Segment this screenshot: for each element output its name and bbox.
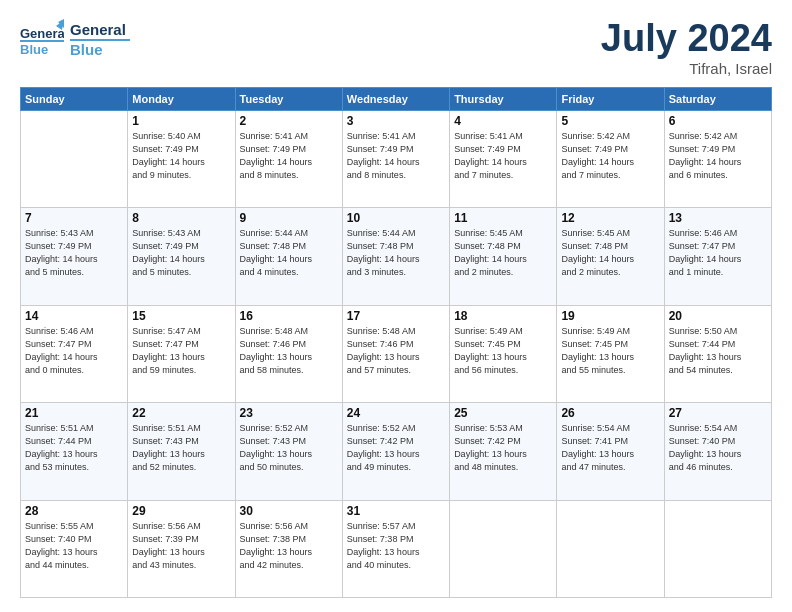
calendar-cell: 26Sunrise: 5:54 AMSunset: 7:41 PMDayligh… xyxy=(557,403,664,500)
calendar-cell: 30Sunrise: 5:56 AMSunset: 7:38 PMDayligh… xyxy=(235,500,342,597)
day-info: Sunrise: 5:48 AMSunset: 7:46 PMDaylight:… xyxy=(347,325,445,377)
page: General Blue General Blue July 2024 Tifr… xyxy=(0,0,792,612)
calendar-cell: 9Sunrise: 5:44 AMSunset: 7:48 PMDaylight… xyxy=(235,208,342,305)
day-info: Sunrise: 5:46 AMSunset: 7:47 PMDaylight:… xyxy=(669,227,767,279)
calendar-week-row: 14Sunrise: 5:46 AMSunset: 7:47 PMDayligh… xyxy=(21,305,772,402)
day-info: Sunrise: 5:56 AMSunset: 7:38 PMDaylight:… xyxy=(240,520,338,572)
logo-icon: General Blue xyxy=(20,18,64,62)
day-number: 11 xyxy=(454,211,552,225)
calendar-cell: 22Sunrise: 5:51 AMSunset: 7:43 PMDayligh… xyxy=(128,403,235,500)
day-info: Sunrise: 5:52 AMSunset: 7:43 PMDaylight:… xyxy=(240,422,338,474)
day-info: Sunrise: 5:57 AMSunset: 7:38 PMDaylight:… xyxy=(347,520,445,572)
day-number: 17 xyxy=(347,309,445,323)
calendar-cell: 15Sunrise: 5:47 AMSunset: 7:47 PMDayligh… xyxy=(128,305,235,402)
day-number: 22 xyxy=(132,406,230,420)
day-info: Sunrise: 5:49 AMSunset: 7:45 PMDaylight:… xyxy=(561,325,659,377)
calendar-cell: 27Sunrise: 5:54 AMSunset: 7:40 PMDayligh… xyxy=(664,403,771,500)
col-wednesday: Wednesday xyxy=(342,87,449,110)
day-info: Sunrise: 5:43 AMSunset: 7:49 PMDaylight:… xyxy=(25,227,123,279)
day-number: 5 xyxy=(561,114,659,128)
calendar-cell: 10Sunrise: 5:44 AMSunset: 7:48 PMDayligh… xyxy=(342,208,449,305)
col-monday: Monday xyxy=(128,87,235,110)
day-number: 10 xyxy=(347,211,445,225)
svg-text:Blue: Blue xyxy=(20,42,48,57)
calendar-cell: 1Sunrise: 5:40 AMSunset: 7:49 PMDaylight… xyxy=(128,110,235,207)
day-number: 13 xyxy=(669,211,767,225)
day-info: Sunrise: 5:41 AMSunset: 7:49 PMDaylight:… xyxy=(240,130,338,182)
calendar-cell: 29Sunrise: 5:56 AMSunset: 7:39 PMDayligh… xyxy=(128,500,235,597)
day-info: Sunrise: 5:56 AMSunset: 7:39 PMDaylight:… xyxy=(132,520,230,572)
calendar-cell xyxy=(21,110,128,207)
day-info: Sunrise: 5:42 AMSunset: 7:49 PMDaylight:… xyxy=(561,130,659,182)
calendar-cell: 18Sunrise: 5:49 AMSunset: 7:45 PMDayligh… xyxy=(450,305,557,402)
day-info: Sunrise: 5:54 AMSunset: 7:41 PMDaylight:… xyxy=(561,422,659,474)
day-number: 27 xyxy=(669,406,767,420)
calendar-week-row: 7Sunrise: 5:43 AMSunset: 7:49 PMDaylight… xyxy=(21,208,772,305)
day-info: Sunrise: 5:48 AMSunset: 7:46 PMDaylight:… xyxy=(240,325,338,377)
day-number: 20 xyxy=(669,309,767,323)
col-sunday: Sunday xyxy=(21,87,128,110)
day-info: Sunrise: 5:52 AMSunset: 7:42 PMDaylight:… xyxy=(347,422,445,474)
day-number: 24 xyxy=(347,406,445,420)
calendar-cell: 28Sunrise: 5:55 AMSunset: 7:40 PMDayligh… xyxy=(21,500,128,597)
day-number: 19 xyxy=(561,309,659,323)
calendar-cell: 13Sunrise: 5:46 AMSunset: 7:47 PMDayligh… xyxy=(664,208,771,305)
calendar-cell: 12Sunrise: 5:45 AMSunset: 7:48 PMDayligh… xyxy=(557,208,664,305)
day-info: Sunrise: 5:42 AMSunset: 7:49 PMDaylight:… xyxy=(669,130,767,182)
calendar-cell xyxy=(557,500,664,597)
logo-blue: Blue xyxy=(70,42,130,59)
day-info: Sunrise: 5:44 AMSunset: 7:48 PMDaylight:… xyxy=(240,227,338,279)
calendar-cell: 2Sunrise: 5:41 AMSunset: 7:49 PMDaylight… xyxy=(235,110,342,207)
calendar-week-row: 21Sunrise: 5:51 AMSunset: 7:44 PMDayligh… xyxy=(21,403,772,500)
calendar-cell: 6Sunrise: 5:42 AMSunset: 7:49 PMDaylight… xyxy=(664,110,771,207)
col-saturday: Saturday xyxy=(664,87,771,110)
day-info: Sunrise: 5:43 AMSunset: 7:49 PMDaylight:… xyxy=(132,227,230,279)
day-number: 25 xyxy=(454,406,552,420)
calendar-cell: 14Sunrise: 5:46 AMSunset: 7:47 PMDayligh… xyxy=(21,305,128,402)
calendar-week-row: 28Sunrise: 5:55 AMSunset: 7:40 PMDayligh… xyxy=(21,500,772,597)
day-info: Sunrise: 5:55 AMSunset: 7:40 PMDaylight:… xyxy=(25,520,123,572)
day-number: 30 xyxy=(240,504,338,518)
day-info: Sunrise: 5:41 AMSunset: 7:49 PMDaylight:… xyxy=(454,130,552,182)
calendar-cell: 17Sunrise: 5:48 AMSunset: 7:46 PMDayligh… xyxy=(342,305,449,402)
day-number: 8 xyxy=(132,211,230,225)
logo: General Blue General Blue xyxy=(20,18,130,62)
calendar-cell: 23Sunrise: 5:52 AMSunset: 7:43 PMDayligh… xyxy=(235,403,342,500)
day-number: 14 xyxy=(25,309,123,323)
calendar-cell: 25Sunrise: 5:53 AMSunset: 7:42 PMDayligh… xyxy=(450,403,557,500)
day-number: 2 xyxy=(240,114,338,128)
day-info: Sunrise: 5:46 AMSunset: 7:47 PMDaylight:… xyxy=(25,325,123,377)
calendar-cell: 5Sunrise: 5:42 AMSunset: 7:49 PMDaylight… xyxy=(557,110,664,207)
day-number: 16 xyxy=(240,309,338,323)
day-number: 3 xyxy=(347,114,445,128)
calendar-cell: 4Sunrise: 5:41 AMSunset: 7:49 PMDaylight… xyxy=(450,110,557,207)
day-number: 1 xyxy=(132,114,230,128)
day-number: 4 xyxy=(454,114,552,128)
calendar-cell xyxy=(664,500,771,597)
day-number: 9 xyxy=(240,211,338,225)
calendar-cell: 21Sunrise: 5:51 AMSunset: 7:44 PMDayligh… xyxy=(21,403,128,500)
logo-general: General xyxy=(70,22,130,39)
title-block: July 2024 Tifrah, Israel xyxy=(601,18,772,77)
day-number: 23 xyxy=(240,406,338,420)
day-info: Sunrise: 5:45 AMSunset: 7:48 PMDaylight:… xyxy=(454,227,552,279)
day-info: Sunrise: 5:50 AMSunset: 7:44 PMDaylight:… xyxy=(669,325,767,377)
day-info: Sunrise: 5:51 AMSunset: 7:44 PMDaylight:… xyxy=(25,422,123,474)
day-number: 29 xyxy=(132,504,230,518)
day-info: Sunrise: 5:40 AMSunset: 7:49 PMDaylight:… xyxy=(132,130,230,182)
day-number: 15 xyxy=(132,309,230,323)
calendar-cell: 31Sunrise: 5:57 AMSunset: 7:38 PMDayligh… xyxy=(342,500,449,597)
day-info: Sunrise: 5:47 AMSunset: 7:47 PMDaylight:… xyxy=(132,325,230,377)
calendar-cell: 24Sunrise: 5:52 AMSunset: 7:42 PMDayligh… xyxy=(342,403,449,500)
calendar-cell: 16Sunrise: 5:48 AMSunset: 7:46 PMDayligh… xyxy=(235,305,342,402)
calendar-table: Sunday Monday Tuesday Wednesday Thursday… xyxy=(20,87,772,598)
day-info: Sunrise: 5:44 AMSunset: 7:48 PMDaylight:… xyxy=(347,227,445,279)
svg-text:General: General xyxy=(20,26,64,41)
day-info: Sunrise: 5:49 AMSunset: 7:45 PMDaylight:… xyxy=(454,325,552,377)
calendar-cell: 3Sunrise: 5:41 AMSunset: 7:49 PMDaylight… xyxy=(342,110,449,207)
calendar-cell: 19Sunrise: 5:49 AMSunset: 7:45 PMDayligh… xyxy=(557,305,664,402)
day-number: 21 xyxy=(25,406,123,420)
calendar-cell xyxy=(450,500,557,597)
calendar-header-row: Sunday Monday Tuesday Wednesday Thursday… xyxy=(21,87,772,110)
day-number: 18 xyxy=(454,309,552,323)
